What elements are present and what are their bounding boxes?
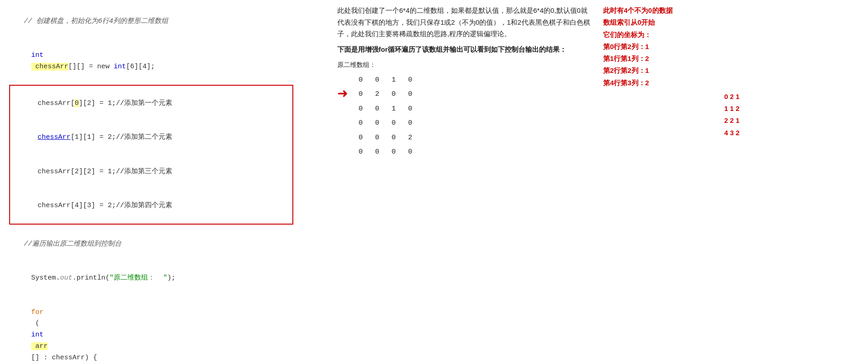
matrix-cell: 0 xyxy=(352,88,369,101)
line-init-array: int chessArr[][] = new int[6][4]; xyxy=(7,38,324,84)
highlight-chessArr-init: chessArr xyxy=(31,63,68,71)
matrix-cell: 0 xyxy=(352,131,369,145)
matrix-cell: 0 xyxy=(352,73,369,87)
annotation-line3: 它们的坐标为： xyxy=(603,29,861,41)
assign-line-2: chessArr[1][1] = 2;//添加第二个元素 xyxy=(13,121,290,155)
assign-line-1: chessArr[0][2] = 1;//添加第一个元素 xyxy=(13,87,290,121)
matrix-cell: 0 xyxy=(402,116,418,130)
assign-line-4: chessArr[4][3] = 2;//添加第四个元素 xyxy=(13,189,290,223)
matrix-cell: 0 xyxy=(369,102,385,116)
annotation-line1: 此时有4个不为0的数据 xyxy=(603,5,861,16)
annotation-line5: 第1行第1列：2 xyxy=(603,53,861,65)
matrix-section: 原二维数组： ➜ 001002000010000000020000 xyxy=(337,60,594,159)
matrix-cell: 1 xyxy=(385,102,402,116)
matrix-cell: 0 xyxy=(352,116,369,130)
right-panel: 此处我们创建了一个6*4的二维数组，如果都是默认值，那么就是6*4的0,默认值0… xyxy=(328,5,861,363)
matrix-cell: 0 xyxy=(369,131,385,145)
matrix-grid: 001002000010000000020000 xyxy=(352,73,418,159)
matrix-cell: 0 xyxy=(385,131,402,145)
description-para2: 下面是用增强for循环遍历了该数组并输出可以看到如下控制台输出的结果： xyxy=(337,44,594,55)
comment-create-array: // 创建棋盘，初始化为6行4列的整形二维数组 xyxy=(7,5,324,38)
line-println-label: System.out.println("原二维数组： "); xyxy=(7,262,324,296)
matrix-cell: 0 xyxy=(352,102,369,116)
matrix-cell: 0 xyxy=(369,73,385,87)
annotation-line11: 4 3 2 xyxy=(603,127,861,139)
matrix-cell: 0 xyxy=(385,145,402,159)
matrix-cell: 2 xyxy=(369,88,385,101)
matrix-cell: 0 xyxy=(385,116,402,130)
annotation-line6: 第2行第2列：1 xyxy=(603,65,861,77)
annotation-line8: 0 2 1 xyxy=(603,91,861,103)
arrow-icon: ➜ xyxy=(337,82,348,104)
assign-line-3: chessArr[2][2] = 1;//添加第三个元素 xyxy=(13,155,290,189)
annotation-line9: 1 1 2 xyxy=(603,103,861,115)
line-for-outer: for ( int arr [] : chessArr) { xyxy=(7,296,324,363)
matrix-cell: 2 xyxy=(402,131,418,145)
matrix-cell: 1 xyxy=(385,73,402,87)
keyword-int: int xyxy=(31,51,44,59)
annotation-line2: 数组索引从0开始 xyxy=(603,16,861,28)
comment-traverse: //遍历输出原二维数组到控制台 xyxy=(7,227,324,261)
arrow-row: ➜ 001002000010000000020000 xyxy=(337,73,594,159)
matrix-cell: 0 xyxy=(402,102,418,116)
annotations-panel: 此时有4个不为0的数据 数组索引从0开始 它们的坐标为： 第0行第2列：1 第1… xyxy=(594,5,861,363)
matrix-cell: 0 xyxy=(402,73,418,87)
boxed-assignments: chessArr[0][2] = 1;//添加第一个元素 chessArr[1]… xyxy=(9,85,293,225)
description-para1: 此处我们创建了一个6*4的二维数组，如果都是默认值，那么就是6*4的0,默认值0… xyxy=(337,5,594,40)
para2-bold: 下面是用增强for循环遍历了该数组并输出可以看到如下控制台输出的结果： xyxy=(337,45,566,53)
matrix-cell: 0 xyxy=(402,88,418,101)
matrix-cell: 0 xyxy=(369,116,385,130)
matrix-cell: 0 xyxy=(402,145,418,159)
code-panel: // 创建棋盘，初始化为6行4列的整形二维数组 int chessArr[][]… xyxy=(7,5,328,363)
annotation-line10: 2 2 1 xyxy=(603,115,861,126)
annotation-line7: 第4行第3列：2 xyxy=(603,77,861,89)
matrix-label: 原二维数组： xyxy=(337,60,594,71)
description-block: 此处我们创建了一个6*4的二维数组，如果都是默认值，那么就是6*4的0,默认值0… xyxy=(337,5,594,363)
matrix-cell: 0 xyxy=(352,145,369,159)
annotation-line4: 第0行第2列：1 xyxy=(603,41,861,53)
matrix-cell: 0 xyxy=(369,145,385,159)
matrix-cell: 0 xyxy=(385,88,402,101)
